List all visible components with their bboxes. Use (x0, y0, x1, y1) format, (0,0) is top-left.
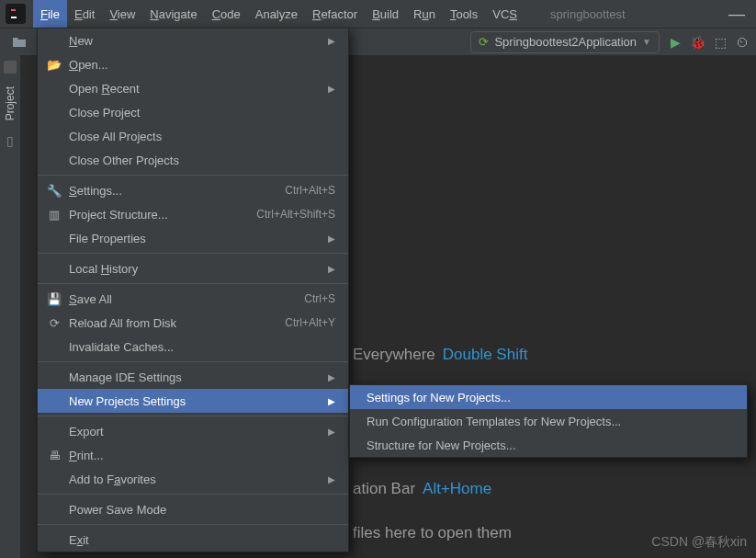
profile-icon[interactable]: ⏲ (736, 35, 749, 50)
project-tool-icon[interactable] (4, 61, 17, 74)
wrench-icon: 🔧 (47, 183, 62, 198)
menu-item-open-recent[interactable]: Open Recent▶ (38, 76, 348, 100)
menu-item-settings[interactable]: 🔧Settings...Ctrl+Alt+S (38, 178, 348, 202)
menu-item-close-other[interactable]: Close Other Projects (38, 148, 348, 172)
debug-icon[interactable]: 🐞 (690, 35, 705, 50)
file-menu: New▶ 📂Open... Open Recent▶ Close Project… (37, 28, 349, 552)
menu-item-local-history[interactable]: Local History▶ (38, 256, 348, 280)
chevron-right-icon: ▶ (328, 396, 335, 406)
run-config-label: Springboottest2Application (494, 35, 637, 49)
left-gutter: Project ▯ (0, 55, 20, 558)
chevron-right-icon: ▶ (328, 264, 335, 274)
watermark: CSDN @春秋xin (651, 534, 747, 551)
menu-edit[interactable]: Edit (67, 0, 102, 28)
menu-separator (38, 253, 348, 254)
menu-file[interactable]: File (33, 0, 67, 28)
save-icon: 💾 (47, 291, 62, 306)
chevron-right-icon: ▶ (328, 84, 335, 94)
menu-item-reload[interactable]: ⟳Reload All from DiskCtrl+Alt+Y (38, 311, 348, 335)
coverage-icon[interactable]: ⬚ (715, 35, 727, 50)
svg-rect-2 (11, 17, 17, 18)
project-tool-label[interactable]: Project (4, 81, 17, 126)
chevron-right-icon: ▶ (328, 474, 335, 484)
app-icon (6, 4, 26, 24)
menu-analyze[interactable]: Analyze (248, 0, 305, 28)
menu-code[interactable]: Code (205, 0, 248, 28)
menu-item-close-project[interactable]: Close Project (38, 100, 348, 124)
menu-item-exit[interactable]: Exit (38, 528, 348, 552)
chevron-right-icon: ▶ (328, 233, 335, 244)
spring-icon: ⟳ (479, 35, 489, 49)
submenu-item-run-templates[interactable]: Run Configuration Templates for New Proj… (350, 409, 747, 433)
menu-navigate[interactable]: Navigate (142, 0, 204, 28)
menu-item-file-properties[interactable]: File Properties▶ (38, 226, 348, 250)
menu-separator (38, 361, 348, 362)
submenu-item-settings-new[interactable]: Settings for New Projects... (350, 385, 747, 409)
open-folder-icon[interactable] (7, 30, 31, 54)
submenu-item-structure-new[interactable]: Structure for New Projects... (350, 433, 747, 457)
folder-open-icon: 📂 (47, 57, 62, 72)
menu-separator (38, 416, 348, 416)
menu-item-save-all[interactable]: 💾Save AllCtrl+S (38, 287, 348, 311)
menu-item-power-save[interactable]: Power Save Mode (38, 497, 348, 521)
menu-item-favorites[interactable]: Add to Favorites▶ (38, 467, 348, 491)
menu-item-export[interactable]: Export▶ (38, 419, 348, 443)
menu-refactor[interactable]: Refactor (305, 0, 365, 28)
chevron-right-icon: ▶ (328, 36, 335, 46)
hint-nav-bar: ation Bar Alt+Home (353, 480, 491, 498)
menu-separator (38, 175, 348, 176)
menu-item-new[interactable]: New▶ (38, 28, 348, 52)
hint-drop-files: files here to open them (353, 524, 512, 542)
menu-separator (38, 283, 348, 284)
menu-item-project-structure[interactable]: ▥Project Structure...Ctrl+Alt+Shift+S (38, 202, 348, 226)
hint-search-everywhere: Everywhere Double Shift (353, 346, 527, 364)
structure-icon: ▥ (47, 207, 62, 222)
menu-item-manage-ide[interactable]: Manage IDE Settings▶ (38, 365, 348, 389)
svg-rect-1 (11, 9, 16, 11)
chevron-down-icon: ▼ (642, 37, 651, 47)
chevron-right-icon: ▶ (328, 372, 335, 382)
run-icon[interactable]: ▶ (671, 35, 681, 50)
menu-item-print[interactable]: 🖶Print... (38, 443, 348, 467)
menubar: File Edit View Navigate Code Analyze Ref… (0, 0, 756, 28)
menu-tools[interactable]: Tools (443, 0, 485, 28)
reload-icon: ⟳ (47, 315, 62, 330)
menu-item-close-all[interactable]: Close All Projects (38, 124, 348, 148)
menu-view[interactable]: View (102, 0, 142, 28)
run-tools: ▶ 🐞 ⬚ ⏲ (671, 35, 749, 50)
minimize-icon[interactable]: — (728, 5, 745, 24)
structure-tool-icon[interactable]: ▯ (6, 133, 14, 148)
menu-item-open[interactable]: 📂Open... (38, 52, 348, 76)
chevron-right-icon: ▶ (328, 427, 335, 437)
run-config-selector[interactable]: ⟳ Springboottest2Application ▼ (470, 31, 660, 53)
menu-item-new-projects-settings[interactable]: New Projects Settings▶ (38, 389, 348, 413)
menu-build[interactable]: Build (365, 0, 406, 28)
print-icon: 🖶 (47, 448, 62, 462)
menu-item-invalidate[interactable]: Invalidate Caches... (38, 335, 348, 359)
menu-vcs[interactable]: VCS (485, 0, 525, 28)
window-title: springboottest (550, 7, 626, 21)
menu-run[interactable]: Run (406, 0, 443, 28)
menu-separator (38, 524, 348, 525)
new-projects-settings-submenu: Settings for New Projects... Run Configu… (349, 384, 748, 458)
menu-separator (38, 494, 348, 495)
